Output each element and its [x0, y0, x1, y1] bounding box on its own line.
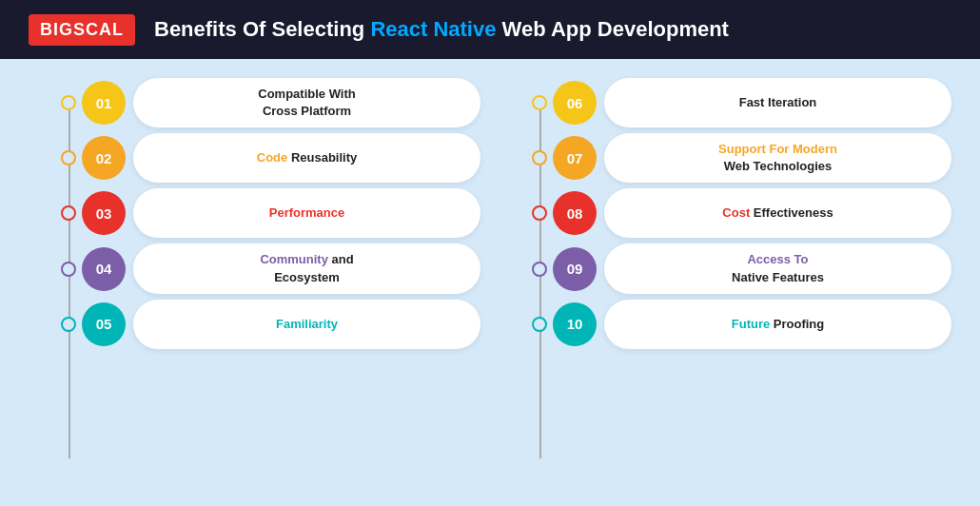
dot-04: [61, 262, 76, 277]
dot-06: [532, 95, 547, 110]
accent-10: Future: [732, 317, 770, 331]
benefit-row-07: 07 Support For ModernWeb Technologies: [500, 133, 951, 183]
num-06: 06: [553, 81, 597, 125]
accent-07: Support For Modern: [718, 142, 837, 156]
card-text-04: Community andEcosystem: [260, 251, 353, 285]
accent-09: Access To: [747, 252, 808, 266]
dot-02: [61, 150, 76, 165]
num-02: 02: [82, 136, 126, 180]
card-text-03: Performance: [269, 204, 344, 222]
benefit-row-05: 05 Familiarity: [29, 300, 480, 349]
benefit-row-06: 06 Fast Iteration: [500, 78, 951, 127]
right-column: 06 Fast Iteration 07 Support For ModernW…: [500, 78, 951, 487]
benefit-row-09: 09 Access ToNative Features: [500, 243, 951, 293]
main-content: 01 Compatible WithCross Platform 02 Code…: [0, 59, 980, 506]
header-title: Benefits Of Selecting React Native Web A…: [154, 17, 729, 42]
num-10: 10: [553, 302, 597, 346]
header-title-part2: Web App Development: [496, 17, 728, 41]
card-text-08: Cost Effectiveness: [722, 204, 833, 222]
card-04: Community andEcosystem: [133, 243, 480, 293]
header-title-highlight: React Native: [370, 17, 496, 41]
num-04: 04: [82, 247, 126, 291]
card-text-01: Compatible WithCross Platform: [258, 86, 355, 120]
benefit-row-04: 04 Community andEcosystem: [29, 243, 480, 293]
benefit-row-03: 03 Performance: [29, 188, 480, 238]
accent-03: Performance: [269, 205, 344, 220]
dot-10: [532, 317, 547, 332]
accent-05: Familiarity: [276, 317, 338, 331]
card-text-07: Support For ModernWeb Technologies: [718, 141, 837, 175]
header: BIGSCAL Benefits Of Selecting React Nati…: [0, 0, 980, 59]
card-06: Fast Iteration: [604, 78, 951, 127]
num-07: 07: [553, 136, 597, 180]
card-10: Future Proofing: [604, 300, 951, 349]
card-03: Performance: [133, 188, 480, 238]
left-column: 01 Compatible WithCross Platform 02 Code…: [29, 78, 480, 487]
dot-01: [61, 95, 76, 110]
card-07: Support For ModernWeb Technologies: [604, 133, 951, 183]
num-09: 09: [553, 247, 597, 291]
card-05: Familiarity: [133, 300, 480, 349]
dot-08: [532, 205, 547, 221]
accent-02: Code: [257, 150, 288, 165]
num-01: 01: [82, 81, 126, 125]
card-text-09: Access ToNative Features: [732, 251, 824, 285]
logo: BIGSCAL: [29, 14, 135, 46]
card-text-05: Familiarity: [276, 316, 338, 333]
num-05: 05: [82, 302, 126, 346]
header-title-part1: Benefits Of Selecting: [154, 17, 370, 41]
dot-03: [61, 205, 76, 221]
benefit-row-10: 10 Future Proofing: [500, 300, 951, 349]
accent-04: Community: [260, 252, 328, 266]
card-text-06: Fast Iteration: [739, 94, 817, 111]
benefit-row-02: 02 Code Reusability: [29, 133, 480, 183]
card-text-10: Future Proofing: [732, 316, 825, 333]
dot-09: [532, 262, 547, 277]
dot-05: [61, 317, 76, 332]
num-08: 08: [553, 191, 597, 235]
card-08: Cost Effectiveness: [604, 188, 951, 238]
accent-08: Cost: [722, 205, 750, 220]
dot-07: [532, 150, 547, 165]
card-09: Access ToNative Features: [604, 243, 951, 293]
benefit-row-08: 08 Cost Effectiveness: [500, 188, 951, 238]
benefit-row-01: 01 Compatible WithCross Platform: [29, 78, 480, 127]
card-02: Code Reusability: [133, 133, 480, 183]
num-03: 03: [82, 191, 126, 235]
card-01: Compatible WithCross Platform: [133, 78, 480, 127]
card-text-02: Code Reusability: [257, 149, 357, 166]
